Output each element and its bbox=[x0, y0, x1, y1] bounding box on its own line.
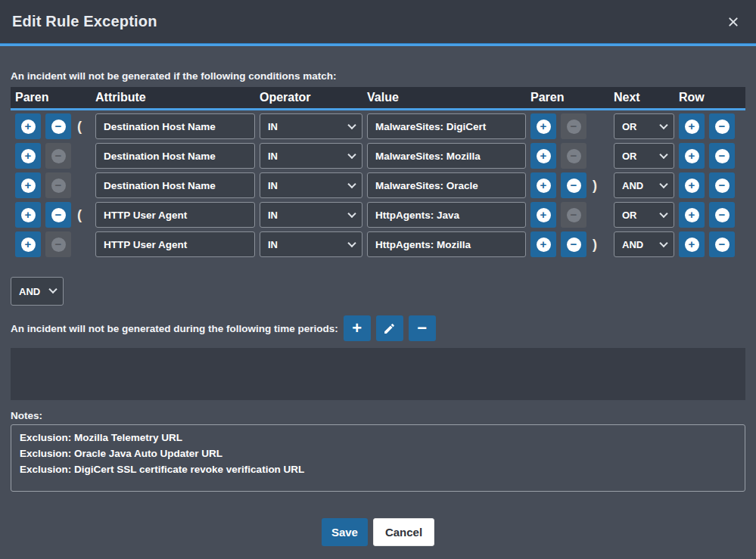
paren-close-add-button[interactable]: + bbox=[530, 143, 556, 169]
attribute-input[interactable] bbox=[95, 202, 255, 228]
group-operator-select[interactable]: AND bbox=[11, 277, 64, 306]
minus-circle-icon: − bbox=[715, 149, 730, 163]
row-remove-button[interactable]: − bbox=[709, 113, 735, 139]
value-input[interactable] bbox=[367, 113, 526, 139]
plus-circle-icon: + bbox=[685, 179, 699, 193]
paren-open-remove-button: − bbox=[45, 231, 71, 257]
condition-row: + − IN + − ) AND + − bbox=[11, 231, 745, 257]
row-remove-button[interactable]: − bbox=[709, 231, 735, 257]
operator-select[interactable]: IN bbox=[260, 202, 362, 228]
close-icon bbox=[727, 16, 739, 28]
column-header-operator: Operator bbox=[260, 91, 362, 104]
attribute-input[interactable] bbox=[95, 113, 255, 139]
edit-rule-exception-dialog: Edit Rule Exception An incident will not… bbox=[0, 0, 756, 559]
column-header-value: Value bbox=[367, 91, 526, 104]
minus-circle-icon: − bbox=[715, 208, 730, 222]
row-add-button[interactable]: + bbox=[679, 143, 705, 169]
condition-row: + − IN + − ) AND + − bbox=[11, 172, 745, 198]
operator-select[interactable]: IN bbox=[260, 172, 362, 198]
row-remove-button[interactable]: − bbox=[709, 202, 735, 228]
paren-close-add-button[interactable]: + bbox=[530, 172, 556, 198]
paren-close-remove-button: − bbox=[561, 143, 586, 169]
value-input[interactable] bbox=[367, 202, 526, 228]
minus-circle-icon: − bbox=[567, 208, 581, 222]
paren-open-add-button[interactable]: + bbox=[15, 231, 41, 257]
paren-close-remove-button[interactable]: − bbox=[561, 231, 586, 257]
time-periods-list[interactable] bbox=[11, 348, 745, 400]
attribute-input[interactable] bbox=[95, 172, 255, 198]
plus-circle-icon: + bbox=[21, 179, 36, 193]
time-period-remove-button[interactable]: − bbox=[409, 315, 436, 341]
row-remove-button[interactable]: − bbox=[709, 172, 735, 198]
paren-open-add-button[interactable]: + bbox=[15, 113, 41, 139]
column-header-paren-left: Paren bbox=[15, 91, 91, 104]
plus-circle-icon: + bbox=[21, 120, 36, 134]
row-remove-button[interactable]: − bbox=[709, 143, 735, 169]
close-button[interactable] bbox=[727, 16, 739, 28]
paren-close-add-button[interactable]: + bbox=[530, 113, 556, 139]
value-input[interactable] bbox=[367, 231, 526, 257]
next-operator-select[interactable]: OR bbox=[614, 202, 674, 228]
row-add-button[interactable]: + bbox=[679, 172, 705, 198]
next-operator-select[interactable]: AND bbox=[614, 231, 674, 257]
paren-open-add-button[interactable]: + bbox=[15, 172, 41, 198]
minus-circle-icon: − bbox=[567, 120, 581, 134]
plus-circle-icon: + bbox=[537, 149, 551, 163]
plus-circle-icon: + bbox=[685, 208, 699, 222]
close-paren-char: ) bbox=[591, 237, 609, 253]
plus-circle-icon: + bbox=[21, 149, 36, 163]
conditions-intro-text: An incident will not be generated if the… bbox=[11, 70, 745, 82]
dialog-title: Edit Rule Exception bbox=[12, 13, 157, 30]
minus-circle-icon: − bbox=[51, 238, 66, 252]
value-input[interactable] bbox=[367, 172, 526, 198]
minus-circle-icon: − bbox=[51, 179, 66, 193]
open-paren-char: ( bbox=[76, 119, 91, 135]
paren-close-remove-button: − bbox=[561, 202, 586, 228]
paren-close-add-button[interactable]: + bbox=[530, 202, 556, 228]
paren-open-add-button[interactable]: + bbox=[15, 143, 41, 169]
save-button[interactable]: Save bbox=[322, 518, 368, 546]
column-header-row: Row bbox=[679, 91, 735, 104]
operator-select[interactable]: IN bbox=[260, 143, 362, 169]
row-add-button[interactable]: + bbox=[679, 113, 705, 139]
minus-circle-icon: − bbox=[51, 208, 66, 222]
condition-row: + − ( IN + − OR + − bbox=[11, 113, 745, 139]
paren-close-remove-button[interactable]: − bbox=[561, 172, 586, 198]
paren-open-remove-button[interactable]: − bbox=[45, 113, 71, 139]
minus-circle-icon: − bbox=[715, 179, 730, 193]
operator-select[interactable]: IN bbox=[260, 231, 362, 257]
row-add-button[interactable]: + bbox=[679, 231, 705, 257]
next-operator-select[interactable]: OR bbox=[614, 143, 674, 169]
dialog-body: An incident will not be generated if the… bbox=[0, 70, 756, 546]
next-operator-select[interactable]: OR bbox=[614, 113, 674, 139]
notes-textarea[interactable]: Exclusion: Mozilla Telemetry URL Exclusi… bbox=[11, 424, 745, 492]
paren-close-add-button[interactable]: + bbox=[530, 231, 556, 257]
attribute-input[interactable] bbox=[95, 143, 255, 169]
operator-select[interactable]: IN bbox=[260, 113, 362, 139]
paren-close-remove-button: − bbox=[561, 113, 586, 139]
paren-open-remove-button[interactable]: − bbox=[45, 202, 71, 228]
paren-open-add-button[interactable]: + bbox=[15, 202, 41, 228]
time-periods-toolbar: An incident will not be generated during… bbox=[11, 315, 745, 341]
time-period-edit-button[interactable] bbox=[376, 315, 403, 341]
plus-circle-icon: + bbox=[21, 238, 36, 252]
plus-circle-icon: + bbox=[537, 208, 551, 222]
cancel-button[interactable]: Cancel bbox=[373, 518, 434, 546]
close-paren-char: ) bbox=[591, 178, 609, 194]
value-input[interactable] bbox=[367, 143, 526, 169]
column-header-paren-right: Paren bbox=[530, 91, 609, 104]
plus-circle-icon: + bbox=[537, 120, 551, 134]
time-period-add-button[interactable]: + bbox=[344, 315, 371, 341]
plus-circle-icon: + bbox=[685, 149, 699, 163]
attribute-input[interactable] bbox=[95, 231, 255, 257]
dialog-footer: Save Cancel bbox=[11, 518, 745, 546]
open-paren-char: ( bbox=[76, 207, 91, 223]
minus-circle-icon: − bbox=[567, 179, 581, 193]
next-operator-select[interactable]: AND bbox=[614, 172, 674, 198]
conditions-rows: + − ( IN + − OR + − + − IN + bbox=[11, 113, 745, 257]
row-add-button[interactable]: + bbox=[679, 202, 705, 228]
condition-row: + − ( IN + − OR + − bbox=[11, 202, 745, 228]
minus-circle-icon: − bbox=[567, 238, 581, 252]
group-operator: AND bbox=[11, 277, 64, 306]
minus-circle-icon: − bbox=[51, 149, 66, 163]
